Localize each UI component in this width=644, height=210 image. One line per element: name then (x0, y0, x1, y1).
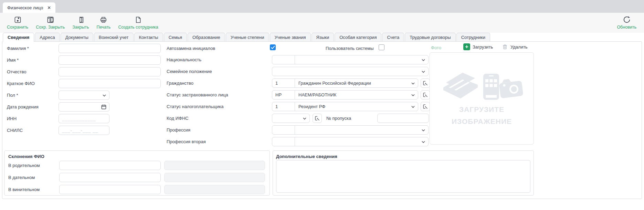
chevron-down-icon (302, 116, 307, 121)
calendar-icon[interactable] (101, 104, 107, 110)
app-window: Физическое лицо ✕ Сохранить (0, 0, 644, 210)
save-close-icon (46, 15, 54, 24)
save-button[interactable]: Сохранить (6, 14, 30, 30)
tab-yazyki[interactable]: Языки (312, 33, 334, 41)
marital-status-select[interactable] (272, 67, 429, 76)
middlename-input[interactable] (59, 67, 161, 76)
tab-kontakty[interactable]: Контакты (134, 33, 163, 41)
system-user-checkbox[interactable] (379, 44, 384, 50)
toolbar-left-group: Сохранить Сохр. Закрыть (6, 14, 160, 30)
tab-sotrudniki[interactable]: Сотрудники (456, 33, 490, 41)
auto-initials-checkbox[interactable] (270, 44, 276, 50)
nationality-code (272, 55, 295, 64)
genitive-auto-input (164, 161, 265, 170)
profession-combo[interactable] (272, 125, 429, 135)
profession-code (272, 126, 295, 134)
print-button[interactable]: Печать (95, 14, 112, 30)
tab-trudovye-dogovory[interactable]: Трудовые договоры (405, 33, 455, 41)
marital-status-label: Семейное положение (167, 69, 212, 74)
firstname-input[interactable] (59, 55, 161, 65)
taxpayer-status-lookup-button[interactable] (421, 102, 430, 111)
pass-number-input[interactable] (377, 114, 429, 123)
citizenship-lookup-button[interactable] (421, 78, 430, 88)
tab-osobaya-kategoriya[interactable]: Особая категория (335, 33, 381, 41)
tab-obrazovanie[interactable]: Образование (188, 33, 225, 41)
tab-semya[interactable]: Семья (164, 33, 187, 41)
genitive-input[interactable] (59, 161, 161, 170)
photo-placeholder-line1: ЗАГРУЗИТЕ (430, 105, 534, 114)
save-close-label: Сохр. Закрыть (36, 25, 65, 30)
chevron-down-icon (411, 104, 415, 109)
door-close-icon (77, 15, 85, 24)
ifns-code-lookup-button[interactable] (313, 114, 322, 123)
accusative-auto-input (164, 185, 265, 194)
gender-label: Пол * (7, 93, 18, 98)
nationality-label: Национальность (167, 57, 201, 62)
photo-delete-label: Удалить (510, 44, 528, 50)
taxpayer-status-code: 1 (272, 102, 295, 111)
chevron-down-icon (421, 139, 426, 144)
photo-upload-button[interactable]: + Загрузить (463, 43, 493, 50)
insured-status-label: Статус застрахованного лица (167, 92, 228, 97)
ifns-code-select[interactable] (272, 114, 310, 123)
tab-scheta[interactable]: Счета (382, 33, 404, 41)
short-fio-input[interactable] (59, 79, 161, 88)
birthdate-input[interactable] (59, 102, 109, 112)
citizenship-code: 1 (272, 79, 295, 87)
citizenship-combo[interactable]: 1 Гражданин Российской Федерации (272, 78, 418, 88)
tab-adresa[interactable]: Адреса (35, 33, 60, 41)
dative-input[interactable] (59, 173, 161, 182)
chevron-down-icon (102, 93, 107, 98)
nationality-combo[interactable] (272, 55, 429, 64)
create-employee-button[interactable]: Создать сотрудника (117, 14, 159, 30)
photo-delete-button[interactable]: Удалить (502, 43, 528, 50)
additional-info-textarea[interactable] (276, 160, 530, 193)
new-document-icon (134, 15, 142, 24)
gender-select[interactable] (59, 91, 109, 100)
tab-uchenye-stepeni[interactable]: Ученые степени (226, 33, 269, 41)
auto-initials-label: Автозамена инициалов (167, 46, 215, 51)
plus-icon: + (463, 43, 470, 50)
additional-info-title: Дополнительные сведения (276, 154, 337, 159)
inn-input[interactable] (59, 114, 109, 123)
print-label: Печать (96, 25, 110, 30)
dative-label: В дательном (8, 175, 35, 180)
chevron-down-icon (421, 128, 426, 133)
refresh-button[interactable]: Обновить (615, 14, 638, 30)
save-close-button[interactable]: Сохр. Закрыть (34, 14, 66, 30)
dative-auto-input (164, 173, 265, 182)
ifns-code-label: Код ИФНС (167, 116, 189, 121)
insured-status-combo[interactable]: НР НАЕМ/РАБОТНИК (272, 90, 418, 99)
tab-voinskiy-uchet[interactable]: Воинский учет (94, 33, 134, 41)
window-tab-title: Физическое лицо (7, 5, 43, 10)
chevron-down-icon (421, 69, 426, 74)
photo-placeholder-icons (441, 68, 524, 103)
taxpayer-status-combo[interactable]: 1 Резидент РФ (272, 102, 418, 111)
tab-dokumenty[interactable]: Документы (61, 33, 93, 41)
short-fio-label: Краткое ФИО (7, 81, 35, 86)
chevron-down-icon (411, 81, 415, 86)
pass-number-label: № пропуска (326, 116, 351, 121)
birthdate-label: Дата рождения (7, 104, 39, 109)
insured-status-lookup-button[interactable] (421, 90, 430, 99)
refresh-label: Обновить (617, 25, 636, 30)
profession2-combo[interactable] (272, 137, 429, 146)
lastname-input[interactable] (59, 44, 161, 53)
declension-title: Склонения ФИО (8, 154, 44, 159)
taxpayer-status-value: Резидент РФ (295, 104, 411, 109)
save-label: Сохранить (7, 25, 28, 30)
profession2-label: Профессия вторая (167, 139, 206, 144)
accusative-input[interactable] (59, 185, 161, 194)
taxpayer-status-label: Статус налогоплательщика (167, 104, 223, 109)
tab-uchenye-zvaniya[interactable]: Ученые звания (270, 33, 311, 41)
tab-svedeniya[interactable]: Сведения (3, 33, 34, 42)
record-tabstrip: Сведения Адреса Документы Воинский учет … (3, 33, 491, 42)
window-tab-fizicheskoe-lico[interactable]: Физическое лицо ✕ (3, 2, 55, 13)
snils-input[interactable] (59, 126, 109, 135)
close-tab-icon[interactable]: ✕ (47, 5, 51, 10)
citizenship-value: Гражданин Российской Федерации (295, 81, 411, 86)
close-button[interactable]: Закрыть (71, 14, 90, 30)
profession2-code (272, 137, 295, 146)
refresh-icon (623, 15, 631, 24)
chevron-down-icon (411, 93, 415, 97)
